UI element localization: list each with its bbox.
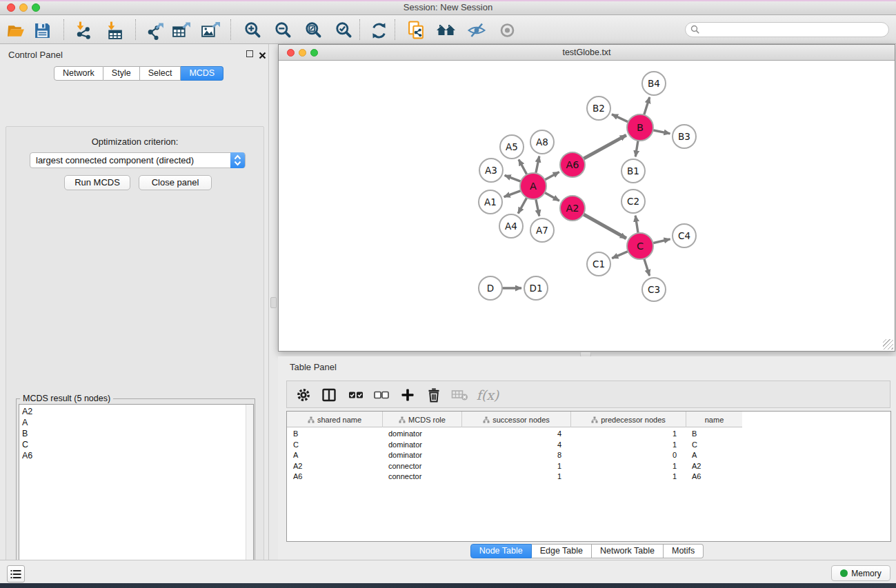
result-item-A[interactable]: A bbox=[22, 417, 253, 428]
graph-node-C3[interactable]: C3 bbox=[642, 278, 666, 301]
column-header-name[interactable]: name bbox=[686, 412, 742, 427]
svg-text:C4: C4 bbox=[678, 230, 690, 241]
zoom-out-icon[interactable] bbox=[273, 20, 294, 41]
vertical-splitter-grip[interactable] bbox=[270, 297, 277, 308]
memory-button[interactable]: Memory bbox=[831, 565, 890, 581]
create-column-icon[interactable] bbox=[399, 386, 417, 404]
unselect-all-columns-icon[interactable] bbox=[372, 386, 390, 404]
task-history-button[interactable] bbox=[7, 565, 25, 582]
cell-predecessor_nodes: 1 bbox=[570, 440, 686, 451]
cell-shared_name: A2 bbox=[287, 461, 382, 472]
graph-node-A6[interactable]: A6 bbox=[560, 152, 585, 177]
network-window-titlebar[interactable]: testGlobe.txt bbox=[279, 45, 895, 61]
graph-node-A3[interactable]: A3 bbox=[479, 159, 503, 182]
tab-edge-table[interactable]: Edge Table bbox=[532, 544, 592, 558]
search-input[interactable] bbox=[685, 22, 889, 37]
toolbar-separator bbox=[63, 19, 64, 40]
svg-text:A: A bbox=[530, 181, 537, 192]
svg-text:B: B bbox=[637, 122, 644, 133]
close-panel-icon[interactable] bbox=[259, 50, 266, 62]
graph-node-B2[interactable]: B2 bbox=[587, 97, 610, 120]
column-header-successor-nodes[interactable]: successor nodes bbox=[461, 412, 570, 427]
run-mcds-button[interactable]: Run MCDS bbox=[64, 175, 130, 190]
select-all-columns-icon[interactable] bbox=[347, 386, 365, 404]
node-table: shared nameMCDS rolesuccessor nodesprede… bbox=[286, 411, 891, 542]
svg-text:A6: A6 bbox=[566, 159, 579, 170]
result-item-B[interactable]: B bbox=[22, 428, 253, 439]
duplicate-network-icon[interactable] bbox=[406, 20, 426, 41]
graph-node-C1[interactable]: C1 bbox=[587, 252, 610, 276]
graph-node-A4[interactable]: A4 bbox=[499, 214, 523, 238]
svg-text:A2: A2 bbox=[566, 203, 579, 214]
graph-node-A1[interactable]: A1 bbox=[479, 190, 502, 214]
cell-name: A2 bbox=[686, 461, 742, 472]
graph-node-A5[interactable]: A5 bbox=[500, 135, 524, 159]
table-options-icon[interactable] bbox=[295, 386, 312, 404]
svg-text:A8: A8 bbox=[536, 136, 548, 148]
export-table-icon[interactable] bbox=[171, 20, 192, 41]
result-item-A6[interactable]: A6 bbox=[22, 450, 253, 461]
table-row-B[interactable]: Bdominator41B bbox=[287, 429, 742, 440]
tab-style[interactable]: Style bbox=[103, 66, 140, 81]
tab-motifs[interactable]: Motifs bbox=[664, 544, 704, 558]
svg-text:C: C bbox=[637, 241, 644, 252]
graph-node-B[interactable]: B bbox=[627, 114, 653, 141]
cell-name: B bbox=[686, 429, 742, 440]
import-table-icon[interactable] bbox=[103, 20, 124, 41]
zoom-selected-icon[interactable] bbox=[334, 20, 355, 41]
function-builder-icon: f(x) bbox=[475, 386, 501, 404]
graph-node-B1[interactable]: B1 bbox=[621, 159, 645, 183]
graph-node-D[interactable]: D bbox=[479, 276, 502, 300]
svg-text:A5: A5 bbox=[506, 141, 518, 152]
tab-mcds[interactable]: MCDS bbox=[181, 66, 223, 81]
window-title: Session: New Session bbox=[0, 2, 896, 12]
toolbar-separator bbox=[135, 19, 136, 40]
close-panel-button[interactable]: Close panel bbox=[139, 175, 212, 190]
toolbar-separator bbox=[359, 19, 360, 40]
graph-node-A7[interactable]: A7 bbox=[530, 219, 554, 242]
window-resize-grip[interactable] bbox=[883, 339, 893, 349]
column-header-MCDS-role[interactable]: MCDS role bbox=[382, 412, 461, 427]
graph-node-B4[interactable]: B4 bbox=[642, 72, 666, 95]
graph-node-D1[interactable]: D1 bbox=[524, 276, 548, 300]
dropdown-stepper-icon[interactable] bbox=[230, 152, 245, 168]
open-session-icon[interactable] bbox=[6, 20, 26, 41]
show-hide-graphics-details-icon[interactable] bbox=[466, 20, 487, 41]
float-panel-icon[interactable] bbox=[246, 50, 253, 57]
graph-node-A2[interactable]: A2 bbox=[560, 196, 585, 221]
show-columns-icon[interactable] bbox=[320, 386, 338, 404]
table-header-row: shared nameMCDS rolesuccessor nodesprede… bbox=[287, 412, 742, 427]
tab-select[interactable]: Select bbox=[140, 66, 181, 81]
column-header-shared-name[interactable]: shared name bbox=[287, 412, 382, 427]
result-item-C[interactable]: C bbox=[22, 439, 253, 450]
tab-network[interactable]: Network bbox=[54, 66, 103, 81]
table-row-A6[interactable]: A6connector11A6 bbox=[287, 472, 742, 483]
zoom-in-icon[interactable] bbox=[243, 20, 263, 41]
column-header-predecessor-nodes[interactable]: predecessor nodes bbox=[570, 412, 686, 427]
graph-node-A8[interactable]: A8 bbox=[530, 130, 554, 154]
graph-node-B3[interactable]: B3 bbox=[673, 125, 696, 148]
table-row-A2[interactable]: A2connector11A2 bbox=[287, 461, 742, 472]
tab-node-table[interactable]: Node Table bbox=[470, 544, 532, 558]
save-session-icon[interactable] bbox=[32, 20, 52, 41]
optimization-criterion-dropdown[interactable]: largest connected component (directed) bbox=[30, 152, 246, 168]
table-row-A[interactable]: Adominator80A bbox=[287, 450, 742, 461]
tab-network-table[interactable]: Network Table bbox=[592, 544, 664, 558]
cell-successor_nodes: 8 bbox=[461, 450, 570, 461]
svg-text:B3: B3 bbox=[678, 131, 690, 142]
delete-columns-icon[interactable] bbox=[425, 386, 443, 404]
first-neighbors-icon[interactable] bbox=[436, 20, 457, 41]
update-view-icon[interactable] bbox=[368, 20, 389, 41]
graph-node-C[interactable]: C bbox=[627, 233, 653, 259]
fit-content-icon[interactable] bbox=[303, 20, 324, 41]
graph-node-C2[interactable]: C2 bbox=[621, 190, 645, 213]
result-item-A2[interactable]: A2 bbox=[22, 406, 253, 417]
import-network-icon[interactable] bbox=[72, 20, 93, 41]
export-image-icon[interactable] bbox=[200, 20, 221, 41]
graph-node-C4[interactable]: C4 bbox=[673, 224, 696, 247]
export-network-icon[interactable] bbox=[145, 20, 166, 41]
network-canvas[interactable]: B4B2BB3A8A5A6A3B1AA1C2A2A4A7C4CC1C3DD1 bbox=[279, 61, 895, 351]
table-row-C[interactable]: Cdominator41C bbox=[287, 440, 742, 451]
graph-node-A[interactable]: A bbox=[520, 173, 546, 199]
svg-text:B1: B1 bbox=[627, 165, 639, 176]
